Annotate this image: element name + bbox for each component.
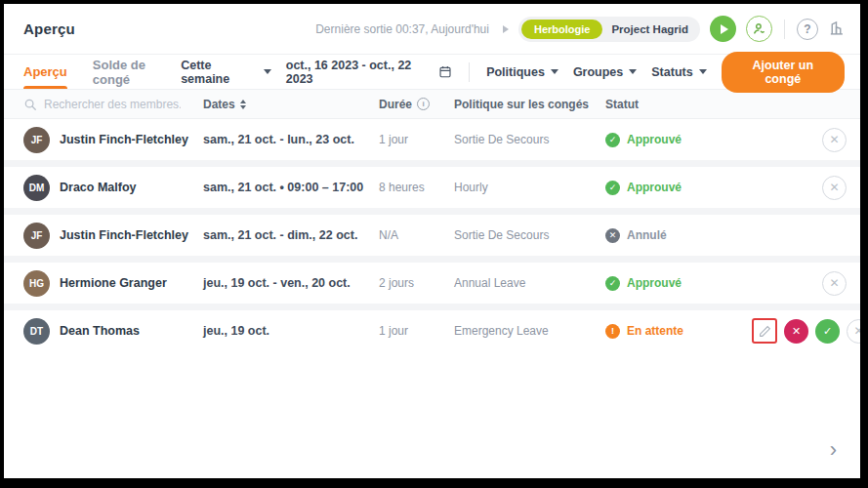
user-icon xyxy=(752,21,766,36)
week-selector-dropdown[interactable]: Cette semaine xyxy=(181,59,271,86)
start-timer-button[interactable] xyxy=(710,16,736,42)
organization-button[interactable] xyxy=(828,20,845,39)
column-label: Durée xyxy=(379,98,412,111)
table-row: JF Justin Finch-Fletchley sam., 21 oct. … xyxy=(4,119,860,160)
cell-dates: jeu., 19 oct. xyxy=(203,324,379,338)
avatar: HG xyxy=(23,270,50,297)
dismiss-button[interactable]: ✕ xyxy=(822,176,847,200)
date-range-picker[interactable]: oct., 16 2023 - oct., 22 2023 xyxy=(286,59,452,86)
cell-policy: Annual Leave xyxy=(454,276,605,290)
cell-dates: sam., 21 oct. • 09:00 – 17:00 xyxy=(203,181,379,194)
sort-icon[interactable] xyxy=(240,100,246,109)
cell-policy: Emergency Leave xyxy=(454,324,605,338)
table-row: DT Dean Thomas jeu., 19 oct. 1 jour Emer… xyxy=(4,310,860,351)
member-cell: HG Hermione Granger xyxy=(23,270,203,297)
column-header-policy: Politique sur les congés xyxy=(454,98,605,111)
status-badge: ✓ Approuvé xyxy=(605,133,752,147)
chevron-down-icon xyxy=(629,69,637,74)
filter-label: Groupes xyxy=(573,65,623,79)
member-name: Justin Finch-Fletchley xyxy=(60,133,188,146)
reject-button[interactable]: ✕ xyxy=(784,319,808,344)
toolbar: Aperçu Solde de congé Cette semaine oct.… xyxy=(4,55,860,90)
last-exit-text: Dernière sortie 00:37, Aujourd'hui xyxy=(315,22,489,36)
filter-statuts[interactable]: Statuts xyxy=(651,65,706,79)
cell-dates: sam., 21 oct. - dim., 22 oct. xyxy=(203,228,379,242)
member-name: Dean Thomas xyxy=(60,324,140,338)
dismiss-button[interactable]: ✕ xyxy=(822,128,847,152)
next-page-chevron[interactable]: › xyxy=(830,439,837,461)
status-badge: ✕ Annulé xyxy=(605,228,752,243)
chevron-down-icon xyxy=(551,69,558,74)
status-label: Approuvé xyxy=(627,181,682,194)
cell-duration: N/A xyxy=(379,228,454,242)
member-name: Hermione Granger xyxy=(60,276,167,290)
column-label: Politique sur les congés xyxy=(454,98,589,111)
member-name: Justin Finch-Fletchley xyxy=(60,228,188,242)
app-window: Aperçu Dernière sortie 00:37, Aujourd'hu… xyxy=(4,4,860,478)
avatar: DT xyxy=(23,318,50,345)
cell-dates: jeu., 19 oct. - ven., 20 oct. xyxy=(203,276,379,290)
status-label: En attente xyxy=(627,324,683,338)
tab-label: Solde de congé xyxy=(93,58,181,87)
table-body: JF Justin Finch-Fletchley sam., 21 oct. … xyxy=(4,119,860,351)
divider xyxy=(784,20,785,39)
member-cell: JF Justin Finch-Fletchley xyxy=(23,127,203,153)
member-cell: DT Dean Thomas xyxy=(23,318,203,345)
status-label: Annulé xyxy=(627,228,667,242)
status-icon: ! xyxy=(605,324,620,339)
tag-herbologie[interactable]: Herbologie xyxy=(521,20,602,39)
filter-label: Statuts xyxy=(651,65,692,79)
status-label: Approuvé xyxy=(627,276,682,290)
search-icon xyxy=(23,98,37,111)
dismiss-button[interactable]: ✕ xyxy=(847,319,860,344)
tab-apercu[interactable]: Aperçu xyxy=(23,55,67,89)
cell-policy: Sortie De Secours xyxy=(454,228,605,242)
chevron-down-icon xyxy=(264,69,271,74)
status-icon: ✕ xyxy=(605,228,620,243)
cell-duration: 8 heures xyxy=(379,181,454,194)
approve-button[interactable]: ✓ xyxy=(815,319,840,344)
assign-user-button[interactable] xyxy=(746,16,772,42)
avatar: JF xyxy=(23,127,50,153)
column-header-dates: Dates xyxy=(203,98,379,111)
column-label: Statut xyxy=(605,98,639,111)
cell-dates: sam., 21 oct. - lun., 23 oct. xyxy=(203,133,379,146)
table-header: Dates Durée i Politique sur les congés S… xyxy=(4,90,860,119)
cell-duration: 1 jour xyxy=(379,324,454,338)
info-icon[interactable]: i xyxy=(417,98,430,110)
week-selector-label: Cette semaine xyxy=(181,59,258,86)
cell-policy: Sortie De Secours xyxy=(454,133,605,146)
filter-groupes[interactable]: Groupes xyxy=(573,65,637,79)
filter-politiques[interactable]: Politiques xyxy=(486,65,558,79)
help-button[interactable]: ? xyxy=(797,19,818,40)
add-leave-button[interactable]: Ajouter un congé xyxy=(722,52,845,93)
chevron-down-icon xyxy=(699,69,707,74)
tab-label: Aperçu xyxy=(23,64,67,79)
table-row: DM Draco Malfoy sam., 21 oct. • 09:00 – … xyxy=(4,167,860,208)
tag-project[interactable]: Project Hagrid xyxy=(611,23,688,35)
status-icon: ✓ xyxy=(605,133,620,147)
member-name: Draco Malfoy xyxy=(60,181,137,194)
status-badge: ✓ Approuvé xyxy=(605,276,752,291)
filter-label: Politiques xyxy=(486,65,545,79)
table-row: HG Hermione Granger jeu., 19 oct. - ven.… xyxy=(4,263,860,304)
avatar: JF xyxy=(23,223,50,249)
member-cell: DM Draco Malfoy xyxy=(23,175,203,201)
collapse-arrow-icon[interactable] xyxy=(503,25,509,33)
avatar: DM xyxy=(23,175,50,201)
cell-duration: 1 jour xyxy=(379,133,454,146)
app-header: Aperçu Dernière sortie 00:37, Aujourd'hu… xyxy=(4,4,860,55)
tab-solde-de-conge[interactable]: Solde de congé xyxy=(93,55,181,89)
status-badge: ! En attente xyxy=(605,324,752,339)
row-actions: ✕ xyxy=(752,176,847,200)
toolbar-right: Cette semaine oct., 16 2023 - oct., 22 2… xyxy=(181,55,845,89)
row-actions: ✕ xyxy=(752,128,847,152)
edit-button[interactable] xyxy=(752,318,777,344)
column-label: Dates xyxy=(203,98,235,111)
header-right: Dernière sortie 00:37, Aujourd'hui Herbo… xyxy=(315,16,845,42)
search-input[interactable] xyxy=(44,98,181,111)
cell-policy: Hourly xyxy=(454,181,605,194)
project-badge-group[interactable]: Herbologie Project Hagrid xyxy=(518,17,700,42)
status-label: Approuvé xyxy=(627,133,682,146)
dismiss-button[interactable]: ✕ xyxy=(822,271,847,296)
